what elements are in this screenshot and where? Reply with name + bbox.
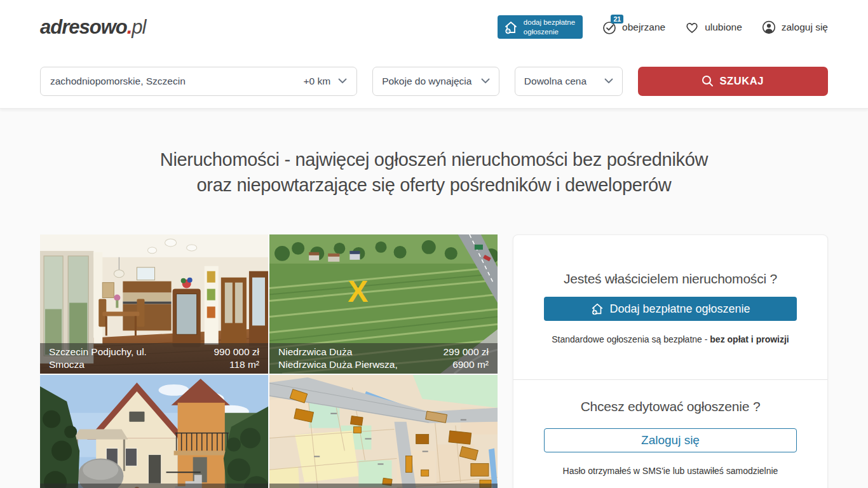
owner-title: Jesteś właścicielem nieruchomości ? bbox=[544, 271, 797, 287]
price-select[interactable]: Dowolna cena bbox=[515, 67, 623, 96]
property-type-value: Pokoje do wynajęcia bbox=[382, 76, 471, 87]
owner-note: Standardowe ogłoszenia są bezpłatne - be… bbox=[544, 334, 797, 344]
chevron-down-icon bbox=[481, 78, 490, 84]
listing-caption: Wilczków, ul. Słoneczna 390 000 zł bbox=[269, 484, 498, 488]
nav-login[interactable]: zaloguj się bbox=[761, 20, 828, 35]
add-listing-sidebar-label: Dodaj bezpłatne ogłoszenie bbox=[609, 302, 750, 316]
heart-icon bbox=[684, 20, 700, 35]
svg-text:X: X bbox=[348, 274, 368, 308]
listing-area: 6900 m² bbox=[443, 358, 489, 371]
header: adresowo.pl dodaj bezpłatne ogłoszenie 2… bbox=[0, 0, 868, 54]
listing-photo-house bbox=[40, 375, 268, 488]
search-button[interactable]: SZUKAJ bbox=[638, 67, 828, 96]
nav-viewed[interactable]: 21 obejrzane bbox=[602, 20, 665, 35]
logo[interactable]: adresowo.pl bbox=[40, 16, 146, 39]
sidebar-panel: Jesteś właścicielem nieruchomości ? Doda… bbox=[513, 234, 828, 488]
add-listing-button-sidebar[interactable]: Dodaj bezpłatne ogłoszenie bbox=[544, 297, 797, 321]
listing-photo-map bbox=[269, 375, 498, 488]
location-input[interactable]: zachodniopomorskie, Szczecin +0 km bbox=[40, 67, 357, 96]
viewed-count-badge: 21 bbox=[611, 15, 623, 24]
logo-tld: pl bbox=[132, 16, 146, 38]
radius-value[interactable]: +0 km bbox=[303, 76, 330, 87]
nav-favorites[interactable]: ulubione bbox=[684, 20, 742, 35]
listing-caption: Szczecin Podjuchy, ul. Smocza 990 000 zł… bbox=[40, 343, 268, 374]
owner-section: Jesteś właścicielem nieruchomości ? Doda… bbox=[513, 235, 827, 379]
user-circle-icon bbox=[761, 20, 776, 35]
edit-title: Chcesz edytować ogłoszenie ? bbox=[544, 399, 797, 414]
login-button-label: Zaloguj się bbox=[641, 433, 700, 447]
listing-card[interactable]: Szczecin Podjuchy, ul. Smocza 990 000 zł… bbox=[40, 234, 268, 374]
house-plus-icon bbox=[590, 302, 604, 316]
logo-name: adresowo bbox=[40, 16, 127, 38]
listing-price: 990 000 zł bbox=[214, 346, 259, 358]
search-bar: zachodniopomorskie, Szczecin +0 km Pokoj… bbox=[0, 54, 868, 109]
listing-caption: Niedrzwica Duża Niedrzwica Duża Pierwsza… bbox=[269, 343, 498, 374]
check-circle-icon: 21 bbox=[602, 20, 617, 35]
edit-section: Chcesz edytować ogłoszenie ? Zaloguj się… bbox=[513, 380, 827, 488]
add-listing-button[interactable]: dodaj bezpłatne ogłoszenie bbox=[498, 15, 583, 39]
property-type-select[interactable]: Pokoje do wynajęcia bbox=[372, 67, 499, 96]
listing-location: Szczecin Podjuchy, ul. bbox=[49, 346, 147, 358]
house-plus-icon bbox=[503, 20, 519, 35]
chevron-down-icon bbox=[604, 78, 613, 84]
main: Nieruchomości - najwięcej ogłoszeń nieru… bbox=[0, 109, 868, 488]
price-value: Dowolna cena bbox=[524, 76, 587, 87]
edit-note: Hasło otrzymałeś w SMS'ie lub ustawiłeś … bbox=[544, 466, 797, 476]
login-button[interactable]: Zaloguj się bbox=[544, 428, 797, 452]
search-button-label: SZUKAJ bbox=[719, 75, 764, 87]
listings-grid: Szczecin Podjuchy, ul. Smocza 990 000 zł… bbox=[40, 234, 498, 488]
header-nav: dodaj bezpłatne ogłoszenie 21 obejrzane … bbox=[498, 15, 828, 39]
listing-card[interactable]: Szczecin Podjuchy, 990 000 zł bbox=[40, 375, 268, 488]
listing-card[interactable]: Wilczków, ul. Słoneczna 390 000 zł bbox=[269, 375, 498, 488]
listing-card[interactable]: X Niedrzwica Duża Niedrzwica Duża Pierws… bbox=[269, 234, 498, 374]
add-listing-label: dodaj bezpłatne ogłoszenie bbox=[524, 18, 575, 37]
listing-location: Niedrzwica Duża bbox=[278, 346, 398, 358]
nav-login-label: zaloguj się bbox=[782, 22, 828, 33]
magnifier-icon bbox=[702, 75, 714, 87]
nav-viewed-label: obejrzane bbox=[622, 22, 665, 33]
chevron-down-icon bbox=[338, 78, 347, 84]
content: Szczecin Podjuchy, ul. Smocza 990 000 zł… bbox=[0, 198, 868, 488]
listing-area: 118 m² bbox=[214, 358, 259, 371]
nav-favorites-label: ulubione bbox=[705, 22, 742, 33]
location-value: zachodniopomorskie, Szczecin bbox=[50, 76, 303, 87]
listing-caption: Szczecin Podjuchy, 990 000 zł bbox=[40, 484, 268, 488]
page-title: Nieruchomości - najwięcej ogłoszeń nieru… bbox=[0, 109, 868, 198]
listing-price: 299 000 zł bbox=[443, 346, 489, 358]
